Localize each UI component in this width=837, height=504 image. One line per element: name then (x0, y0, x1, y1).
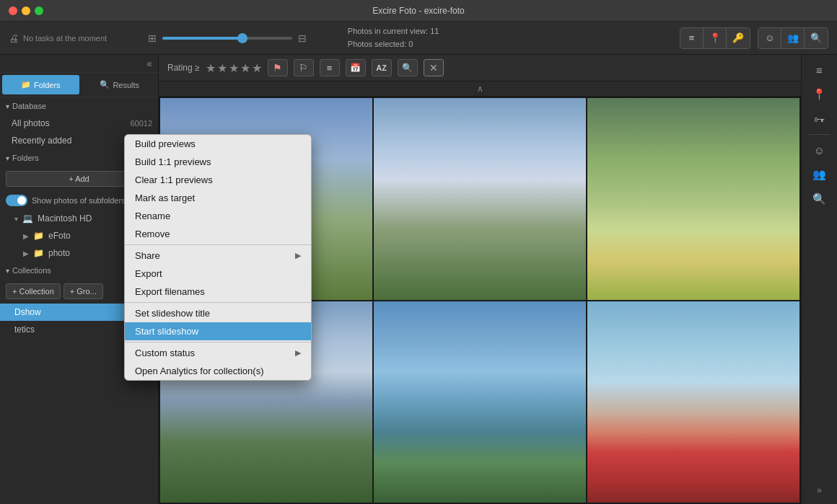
rp-search-icon[interactable]: 🔍 (807, 188, 833, 210)
star-3[interactable]: ★ (229, 61, 239, 75)
ctx-share-arrow-icon: ▶ (295, 251, 301, 260)
ctx-export-filenames[interactable]: Export filenames (125, 283, 311, 301)
database-section-header[interactable]: ▾ Database (0, 97, 158, 115)
rp-separator-1 (809, 134, 831, 135)
context-menu: Build previews Build 1:1 previews Clear … (124, 134, 312, 381)
group-btn[interactable]: 👥 (781, 28, 805, 48)
ctx-sep-2 (125, 302, 311, 303)
maximize-button[interactable] (35, 6, 43, 15)
search-filter-btn[interactable]: 🔍 (398, 59, 418, 76)
top-right-panel-1: ≡ 📍 🔑 (680, 27, 750, 49)
star-4[interactable]: ★ (240, 61, 250, 75)
top-toolbar: 🖨 No tasks at the moment ⊞ ⊟ Photos in c… (0, 22, 837, 55)
ctx-custom-status-arrow-icon: ▶ (295, 348, 301, 358)
tab-results[interactable]: 🔍 Results (82, 73, 159, 97)
no-tasks-indicator: 🖨 No tasks at the moment (9, 32, 107, 44)
ctx-sep-3 (125, 342, 311, 342)
toggle-thumb (17, 196, 26, 205)
sort-btn[interactable]: AZ (372, 59, 392, 76)
results-icon: 🔍 (100, 80, 110, 89)
show-subfolders-label: Show photos of subfolders (32, 196, 126, 205)
folder-icon-efoto: 📁 (33, 231, 44, 241)
right-panel: ≡ 📍 🗝 ☺ 👥 🔍 » (801, 55, 837, 504)
hard-drive-icon: 💻 (22, 213, 33, 224)
photo-cell-3[interactable] (587, 98, 799, 300)
folder-expand-icon: ▾ (14, 215, 18, 223)
rp-key-icon[interactable]: 🗝 (807, 108, 833, 130)
zoom-slider-area: ⊞ ⊟ (114, 32, 341, 44)
ctx-remove[interactable]: Remove (125, 225, 311, 243)
right-panel-collapse-btn[interactable]: » (812, 481, 826, 500)
rp-group-icon[interactable]: 👥 (807, 164, 833, 185)
ctx-open-analytics[interactable]: Open Analytics for collection(s) (125, 362, 311, 380)
ctx-build-previews[interactable]: Build previews (125, 135, 311, 153)
folder-efoto-arrow-icon: ▶ (23, 232, 29, 240)
folder-icon: 📁 (21, 80, 31, 89)
expand-row: ∧ (159, 81, 801, 97)
sidebar-collapse-btn[interactable]: « (0, 55, 158, 73)
ctx-start-slideshow[interactable]: Start slideshow (125, 322, 311, 340)
clear-filter-btn[interactable]: ✕ (424, 59, 444, 76)
show-subfolders-toggle[interactable] (6, 195, 27, 206)
photos-in-view: Photos in current view: 11 (348, 25, 439, 38)
list-view-btn[interactable]: ≡ (680, 28, 704, 48)
folder-photo-arrow-icon: ▶ (23, 249, 29, 257)
key-btn[interactable]: 🔑 (727, 28, 750, 48)
photo-cell-5[interactable] (374, 301, 586, 503)
no-tasks-icon: 🖨 (9, 32, 19, 44)
flag-filter-btn[interactable]: ⚐ (294, 59, 314, 76)
ctx-mark-as-target[interactable]: Mark as target (125, 189, 311, 207)
rp-pin-icon[interactable]: 📍 (807, 84, 833, 105)
ctx-set-slideshow-title[interactable]: Set slideshow title (125, 304, 311, 322)
top-right-panel-2: ☺ 👥 🔍 (758, 27, 828, 49)
photo-cell-6[interactable] (587, 301, 799, 503)
pin-btn[interactable]: 📍 (704, 28, 727, 48)
photos-info: Photos in current view: 11 Photos select… (348, 25, 439, 50)
star-2[interactable]: ★ (217, 61, 227, 75)
ctx-share[interactable]: Share ▶ (125, 247, 311, 265)
photos-selected: Photos selected: 0 (348, 38, 439, 51)
list-filter-btn[interactable]: ≡ (320, 59, 340, 76)
grid-large-icon: ⊟ (298, 32, 307, 44)
ctx-export[interactable]: Export (125, 265, 311, 283)
collections-arrow-icon: ▾ (6, 267, 9, 275)
star-5[interactable]: ★ (252, 61, 262, 75)
expand-btn[interactable]: ∧ (477, 84, 483, 94)
add-group-btn[interactable]: + Gro... (63, 283, 103, 299)
color-label-filter-btn[interactable]: ⚑ (268, 59, 288, 76)
search-btn[interactable]: 🔍 (805, 28, 828, 48)
ctx-build-1to1-previews[interactable]: Build 1:1 previews (125, 153, 311, 171)
ctx-sep-1 (125, 244, 311, 245)
close-button[interactable] (9, 6, 17, 15)
window-title: Excire Foto - excire-foto (372, 6, 464, 16)
ctx-custom-status[interactable]: Custom status ▶ (125, 344, 311, 362)
traffic-lights (9, 6, 43, 15)
filter-bar: Rating ≥ ★ ★ ★ ★ ★ ⚑ ⚐ ≡ 📅 AZ 🔍 ✕ (159, 55, 801, 81)
ctx-clear-1to1-previews[interactable]: Clear 1:1 previews (125, 171, 311, 189)
date-filter-btn[interactable]: 📅 (346, 59, 366, 76)
star-1[interactable]: ★ (206, 61, 216, 75)
rating-label: Rating ≥ (167, 63, 200, 73)
photo-cell-2[interactable] (374, 98, 586, 300)
ctx-rename[interactable]: Rename (125, 207, 311, 225)
folders-arrow-icon: ▾ (6, 154, 9, 162)
folder-icon-photo: 📁 (33, 248, 44, 258)
no-tasks-label: No tasks at the moment (23, 34, 107, 43)
title-bar: Excire Foto - excire-foto (0, 0, 837, 22)
rp-list-icon[interactable]: ≡ (807, 59, 833, 81)
add-collection-btn[interactable]: + Collection (6, 283, 61, 299)
zoom-slider-thumb[interactable] (237, 33, 247, 43)
minimize-button[interactable] (22, 6, 30, 15)
zoom-slider-fill (162, 37, 240, 40)
sidebar-tabs: 📁 Folders 🔍 Results (0, 73, 158, 97)
grid-small-icon: ⊞ (148, 32, 157, 44)
star-rating-filter[interactable]: ★ ★ ★ ★ ★ (206, 61, 262, 75)
zoom-slider-track[interactable] (162, 37, 292, 40)
sidebar-item-all-photos[interactable]: All photos 60012 (0, 115, 158, 132)
rp-face-icon[interactable]: ☺ (807, 139, 833, 161)
face-btn[interactable]: ☺ (758, 28, 781, 48)
tab-folders[interactable]: 📁 Folders (2, 75, 79, 94)
database-arrow-icon: ▾ (6, 102, 9, 110)
